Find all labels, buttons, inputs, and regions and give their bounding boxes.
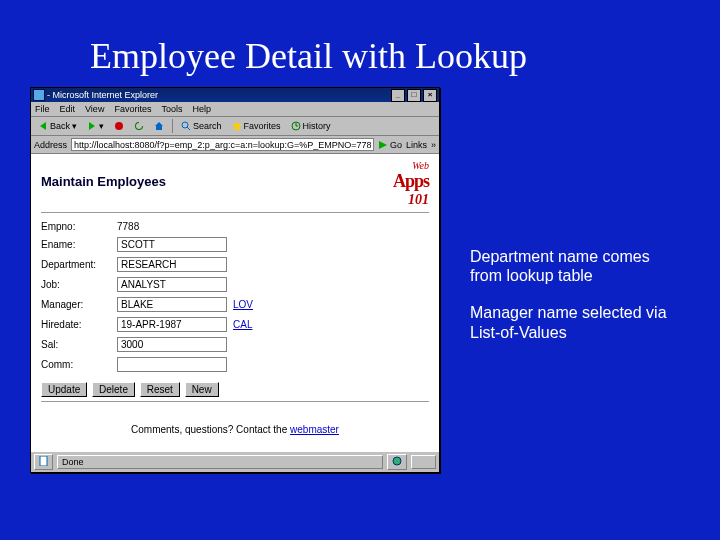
address-label: Address — [34, 140, 67, 150]
logo-line3: 101 — [393, 192, 429, 208]
menu-help[interactable]: Help — [192, 104, 211, 114]
go-icon — [378, 140, 388, 150]
menu-view[interactable]: View — [85, 104, 104, 114]
window-title: - Microsoft Internet Explorer — [47, 90, 389, 100]
globe-icon — [392, 456, 402, 466]
status-progress-icon — [34, 454, 53, 470]
svg-marker-3 — [155, 122, 163, 130]
menu-tools[interactable]: Tools — [161, 104, 182, 114]
toolbar: Back ▾ ▾ Search Favorit — [31, 117, 439, 136]
menu-favorites[interactable]: Favorites — [114, 104, 151, 114]
empno-label: Empno: — [41, 221, 111, 232]
address-bar: Address Go Links » — [31, 136, 439, 154]
ename-label: Ename: — [41, 239, 111, 250]
comm-field[interactable] — [117, 357, 227, 372]
logo-line2: Apps — [393, 171, 429, 192]
update-button[interactable]: Update — [41, 382, 87, 397]
ie-icon — [33, 89, 45, 101]
employee-form: Empno: 7788 Ename: Department: Job: Mana… — [41, 221, 429, 372]
divider — [41, 401, 429, 402]
back-label: Back — [50, 121, 70, 131]
links-label[interactable]: Links — [406, 140, 427, 150]
maximize-button[interactable]: □ — [407, 89, 421, 102]
stop-icon — [114, 121, 124, 131]
menubar: File Edit View Favorites Tools Help — [31, 102, 439, 117]
document-icon — [39, 456, 48, 466]
status-text: Done — [57, 455, 383, 469]
ename-field[interactable] — [117, 237, 227, 252]
sal-field[interactable] — [117, 337, 227, 352]
manager-label: Manager: — [41, 299, 111, 310]
titlebar: - Microsoft Internet Explorer _ □ × — [31, 88, 439, 102]
back-button[interactable]: Back ▾ — [34, 119, 81, 133]
department-label: Department: — [41, 259, 111, 270]
svg-point-2 — [115, 122, 123, 130]
comm-label: Comm: — [41, 359, 111, 370]
manager-field[interactable] — [117, 297, 227, 312]
forward-icon — [87, 121, 97, 131]
job-field[interactable] — [117, 277, 227, 292]
page-title: Maintain Employees — [41, 174, 166, 189]
svg-marker-1 — [89, 122, 95, 130]
note-department: Department name comes from lookup table — [470, 247, 680, 285]
statusbar: Done — [31, 451, 439, 472]
webmaster-link[interactable]: webmaster — [290, 424, 339, 435]
status-zone-icon — [387, 454, 407, 470]
annotations: Department name comes from lookup table … — [470, 87, 680, 360]
svg-point-10 — [393, 457, 401, 465]
note-manager: Manager name selected via List-of-Values — [470, 303, 680, 341]
history-label: History — [303, 121, 331, 131]
svg-marker-6 — [232, 121, 242, 131]
back-icon — [38, 121, 48, 131]
dropdown-icon: ▾ — [72, 121, 77, 131]
forward-button[interactable]: ▾ — [83, 119, 108, 133]
address-input[interactable] — [71, 138, 374, 151]
search-button[interactable]: Search — [177, 119, 226, 133]
dropdown-icon: ▾ — [99, 121, 104, 131]
page-body: Maintain Employees Web Apps 101 Empno: 7… — [31, 154, 439, 451]
svg-marker-8 — [379, 141, 387, 149]
delete-button[interactable]: Delete — [92, 382, 135, 397]
slide-title: Employee Detail with Lookup — [0, 0, 720, 87]
button-row: Update Delete Reset New — [41, 382, 429, 397]
toolbar-separator — [172, 119, 173, 133]
links-chevron-icon: » — [431, 140, 436, 150]
reset-button[interactable]: Reset — [140, 382, 180, 397]
browser-window: - Microsoft Internet Explorer _ □ × File… — [30, 87, 440, 473]
history-button[interactable]: History — [287, 119, 335, 133]
empno-value: 7788 — [117, 221, 227, 232]
search-icon — [181, 121, 191, 131]
status-zone — [411, 455, 436, 469]
stop-button[interactable] — [110, 119, 128, 133]
search-label: Search — [193, 121, 222, 131]
home-button[interactable] — [150, 119, 168, 133]
history-icon — [291, 121, 301, 131]
refresh-button[interactable] — [130, 119, 148, 133]
page-footer: Comments, questions? Contact the webmast… — [41, 424, 429, 435]
menu-edit[interactable]: Edit — [60, 104, 76, 114]
hiredate-field[interactable] — [117, 317, 227, 332]
menu-file[interactable]: File — [35, 104, 50, 114]
new-button[interactable]: New — [185, 382, 219, 397]
sal-label: Sal: — [41, 339, 111, 350]
favorites-label: Favorites — [244, 121, 281, 131]
favorites-button[interactable]: Favorites — [228, 119, 285, 133]
hiredate-cal-link[interactable]: CAL — [233, 319, 429, 330]
manager-lov-link[interactable]: LOV — [233, 299, 429, 310]
hiredate-label: Hiredate: — [41, 319, 111, 330]
svg-marker-0 — [40, 122, 46, 130]
go-label: Go — [390, 140, 402, 150]
close-button[interactable]: × — [423, 89, 437, 102]
refresh-icon — [134, 121, 144, 131]
department-field[interactable] — [117, 257, 227, 272]
job-label: Job: — [41, 279, 111, 290]
svg-line-5 — [187, 127, 190, 130]
star-icon — [232, 121, 242, 131]
divider — [41, 212, 429, 213]
minimize-button[interactable]: _ — [391, 89, 405, 102]
logo-line1: Web — [393, 160, 429, 171]
go-button[interactable]: Go — [378, 140, 402, 150]
logo: Web Apps 101 — [393, 160, 429, 208]
home-icon — [154, 121, 164, 131]
svg-rect-9 — [40, 456, 47, 466]
